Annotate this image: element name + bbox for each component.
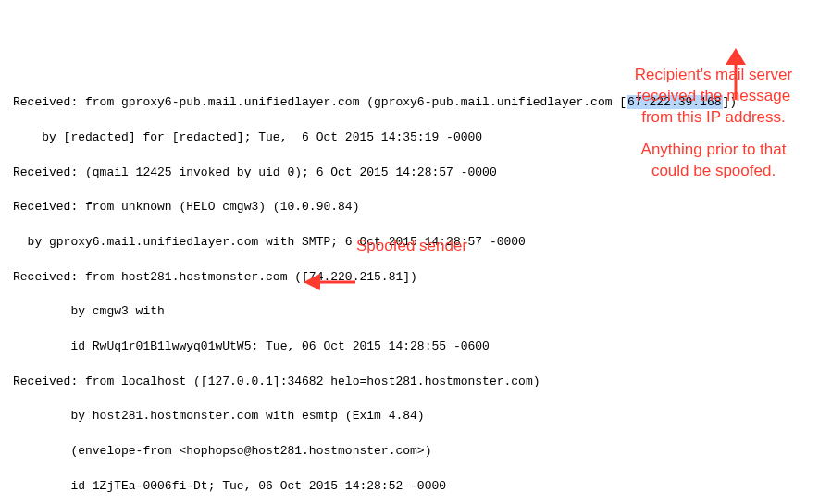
received-line-3: Received: from unknown (HELO cmgw3) (10.… xyxy=(13,199,806,216)
received-line-5-cont-c: id 1ZjTEa-0006fi-Dt; Tue, 06 Oct 2015 14… xyxy=(13,478,806,496)
received-line-4: Received: from host281.hostmonster.com (… xyxy=(13,269,806,287)
annotation-spoofed-text: Spoofed sender xyxy=(356,237,467,254)
annotation-spoofed: Spoofed sender xyxy=(356,236,467,257)
received-line-5-cont-a: by host281.hostmonster.com with esmtp (E… xyxy=(13,408,806,425)
received-line-4-cont-a: by cmgw3 with xyxy=(13,303,806,321)
received-line-5-cont-b: (envelope-from <hophopso@host281.hostmon… xyxy=(13,443,806,461)
received-line-4-cont-b: id RwUq1r01B1lwwyq01wUtW5; Tue, 06 Oct 2… xyxy=(13,338,806,356)
received-line-1-prefix: Received: from gproxy6-pub.mail.unifiedl… xyxy=(13,95,627,109)
received-line-5: Received: from localhost ([127.0.0.1]:34… xyxy=(13,374,806,391)
annotation-recipient-text-1: Recipient's mail server received the mes… xyxy=(621,65,806,129)
annotation-recipient-text-2: Anything prior to that could be spoofed. xyxy=(621,140,806,182)
annotation-recipient: Recipient's mail server received the mes… xyxy=(621,65,806,182)
svg-marker-0 xyxy=(726,48,746,65)
